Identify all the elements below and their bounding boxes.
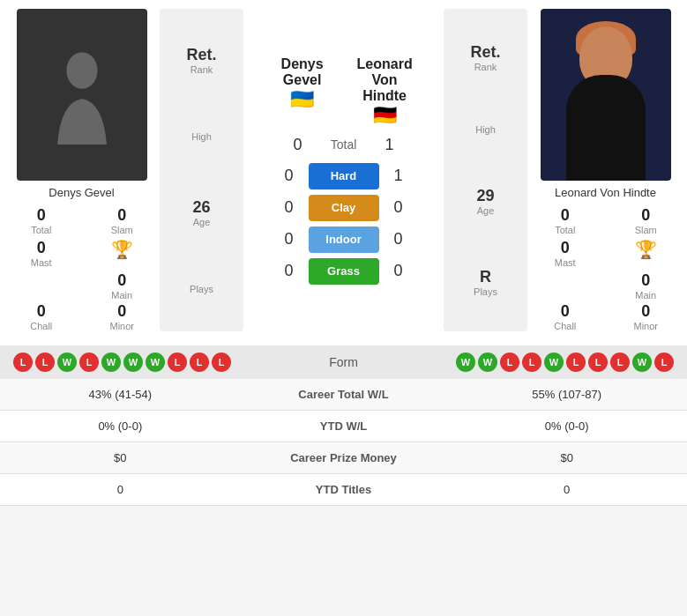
left-stat-main: 0 Main bbox=[90, 271, 155, 301]
form-badge-w: W bbox=[146, 353, 165, 372]
form-badge-l: L bbox=[212, 353, 231, 372]
form-badge-w: W bbox=[632, 353, 652, 372]
right-plays: R Plays bbox=[474, 268, 497, 297]
right-form-badges: WWLLWLLLWL bbox=[456, 353, 674, 372]
right-player-name: Leonard Von Hindte bbox=[555, 186, 656, 199]
right-trophy-icon: 🏆 bbox=[635, 239, 657, 260]
right-stat-slam: 0 Slam bbox=[614, 206, 679, 235]
right-stat-chall: 0 Chall bbox=[533, 302, 598, 331]
form-badge-w: W bbox=[544, 353, 564, 372]
left-player-header: Denys Gevel 0 Total 0 Slam 0 Mast 🏆 bbox=[9, 9, 154, 331]
form-badge-w: W bbox=[456, 353, 475, 372]
form-label: Form bbox=[231, 355, 456, 369]
left-high: High bbox=[191, 131, 212, 142]
stats-row-0: 43% (41-54) Career Total W/L 55% (107-87… bbox=[0, 379, 687, 411]
right-stat-main: 0 Main bbox=[614, 271, 679, 301]
stats-row-1: 0% (0-0) YTD W/L 0% (0-0) bbox=[0, 411, 687, 442]
form-badge-l: L bbox=[588, 353, 608, 372]
form-badge-l: L bbox=[13, 353, 33, 372]
right-stat-minor: 0 Minor bbox=[614, 302, 679, 331]
court-row-hard: 0 Hard 1 bbox=[279, 163, 409, 189]
stats-row-2: $0 Career Prize Money $0 bbox=[0, 442, 687, 474]
left-stat-slam: 0 Slam bbox=[90, 206, 155, 235]
left-stat-chall: 0 Chall bbox=[9, 302, 74, 331]
form-badge-l: L bbox=[35, 353, 55, 372]
left-player-center-name: Denys Gevel 🇺🇦 bbox=[261, 56, 343, 111]
left-trophy-main: 🏆 bbox=[90, 239, 155, 268]
form-badge-w: W bbox=[101, 353, 121, 372]
form-badge-w: W bbox=[57, 353, 77, 372]
left-middle-card: Ret. Rank High 26 Age Plays bbox=[160, 9, 243, 331]
stat-right-2: $0 bbox=[446, 442, 687, 474]
court-section: Denys Gevel 🇺🇦 Leonard VonHindte 🇩🇪 0 To… bbox=[249, 9, 438, 331]
left-stat-mast: 0 Mast bbox=[9, 239, 74, 268]
left-player-photo bbox=[17, 9, 147, 181]
right-player-center-name: Leonard VonHindte 🇩🇪 bbox=[343, 56, 426, 127]
form-badge-l: L bbox=[522, 353, 541, 372]
stat-label-3: YTD Titles bbox=[241, 474, 447, 506]
right-stat-mast: 0 Mast bbox=[533, 239, 598, 268]
form-badge-l: L bbox=[566, 353, 586, 372]
court-clay-btn[interactable]: Clay bbox=[309, 195, 379, 221]
main-container: Denys Gevel 0 Total 0 Slam 0 Mast 🏆 bbox=[0, 0, 687, 506]
stat-left-2: $0 bbox=[0, 442, 241, 474]
form-section: LLWLWWWLLL Form WWLLWLLLWL bbox=[0, 345, 687, 379]
player-section: Denys Gevel 0 Total 0 Slam 0 Mast 🏆 bbox=[0, 0, 687, 340]
stats-table: 43% (41-54) Career Total W/L 55% (107-87… bbox=[0, 379, 687, 506]
left-plays: Plays bbox=[190, 284, 213, 294]
left-form-badges: LLWLWWWLLL bbox=[13, 353, 231, 372]
form-badge-w: W bbox=[123, 353, 143, 372]
court-row-clay: 0 Clay 0 bbox=[279, 195, 409, 221]
form-badge-l: L bbox=[168, 353, 187, 372]
court-hard-btn[interactable]: Hard bbox=[309, 163, 379, 189]
stat-label-1: YTD W/L bbox=[241, 411, 447, 442]
right-ret-rank: Ret. Rank bbox=[470, 43, 500, 72]
court-row-indoor: 0 Indoor 0 bbox=[279, 226, 409, 253]
form-badge-l: L bbox=[190, 353, 209, 372]
svg-point-0 bbox=[66, 52, 97, 89]
stat-left-0: 43% (41-54) bbox=[0, 379, 241, 411]
left-stat-main-label bbox=[9, 271, 74, 301]
stat-label-0: Career Total W/L bbox=[241, 379, 447, 411]
left-flag: 🇺🇦 bbox=[261, 88, 343, 111]
right-player-body bbox=[566, 75, 646, 181]
form-badge-w: W bbox=[478, 353, 497, 372]
right-trophy-main: 🏆 bbox=[614, 239, 679, 268]
stat-left-3: 0 bbox=[0, 474, 241, 506]
total-row: 0 Total 1 bbox=[287, 136, 400, 154]
stat-right-1: 0% (0-0) bbox=[446, 411, 687, 442]
right-stat-total: 0 Total bbox=[533, 206, 598, 235]
court-grass-btn[interactable]: Grass bbox=[309, 258, 379, 285]
right-player-photo bbox=[541, 9, 671, 181]
form-badge-l: L bbox=[500, 353, 519, 372]
right-player-card: Leonard Von Hindte 0 Total 0 Slam 0 Mast… bbox=[533, 9, 678, 331]
left-trophy-icon: 🏆 bbox=[111, 239, 133, 260]
right-age: 29 Age bbox=[476, 187, 494, 216]
stat-right-3: 0 bbox=[446, 474, 687, 506]
stat-left-1: 0% (0-0) bbox=[0, 411, 241, 442]
left-player-name: Denys Gevel bbox=[49, 186, 114, 199]
left-stat-total: 0 Total bbox=[9, 206, 74, 235]
form-badge-l: L bbox=[79, 353, 99, 372]
court-row-grass: 0 Grass 0 bbox=[279, 258, 409, 285]
right-middle-card: Ret. Rank High 29 Age R Plays bbox=[444, 9, 527, 331]
form-badge-l: L bbox=[654, 353, 674, 372]
stat-label-2: Career Prize Money bbox=[241, 442, 447, 474]
stats-row-3: 0 YTD Titles 0 bbox=[0, 474, 687, 506]
form-badge-l: L bbox=[610, 353, 630, 372]
left-ret-rank: Ret. Rank bbox=[186, 46, 216, 75]
left-player-silhouette bbox=[47, 42, 117, 148]
right-high: High bbox=[475, 124, 496, 135]
court-indoor-btn[interactable]: Indoor bbox=[309, 226, 379, 253]
right-flag: 🇩🇪 bbox=[343, 104, 426, 127]
left-stat-minor: 0 Minor bbox=[90, 302, 155, 331]
stat-right-0: 55% (107-87) bbox=[446, 379, 687, 411]
left-age: 26 Age bbox=[192, 198, 210, 227]
